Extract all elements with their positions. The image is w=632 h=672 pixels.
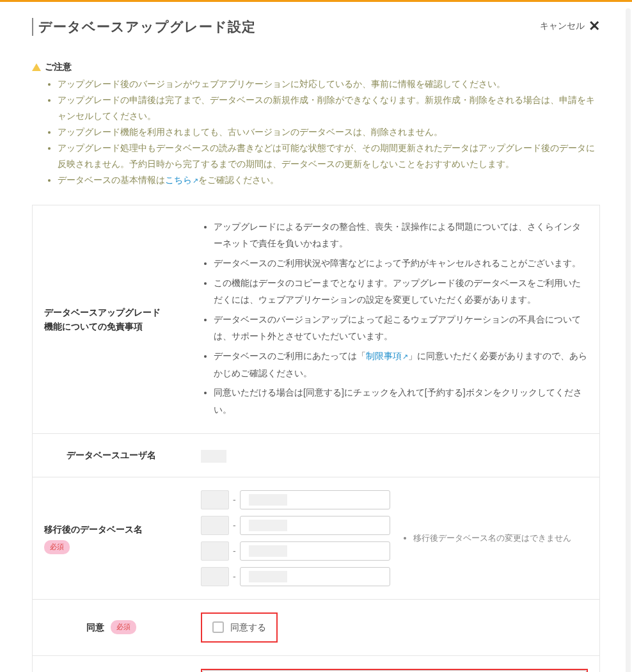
db-user-label: データベースユーザ名 [33, 434, 189, 477]
cancel-button[interactable]: キャンセル ✕ [540, 18, 600, 35]
db-prefix [201, 516, 229, 535]
disclaimer-item: 同意いただける場合は[同意する]にチェックを入れて[予約する]ボタンをクリックし… [214, 384, 588, 418]
caution-title: ご注意 [45, 61, 72, 73]
external-link-icon: ↗ [402, 350, 408, 364]
db-name-note-list: 移行後データベース名の変更はできません [403, 531, 571, 547]
restrictions-link[interactable]: 制限事項↗ [366, 351, 408, 361]
caution-list: アップグレード後のバージョンがウェブアプリケーションに対応しているか、事前に情報… [32, 77, 600, 189]
page-title: データベースアップグレード設定 [32, 18, 256, 36]
schedule-label: 予約日時の設定 必須 [33, 656, 189, 673]
db-name-input[interactable] [240, 567, 390, 586]
db-prefix [201, 490, 229, 509]
caution-item: アップグレード処理中もデータベースの読み書きなどは可能な状態ですが、その期間更新… [58, 141, 600, 173]
disclaimer-item: データベースのご利用状況や障害などによって予約がキャンセルされることがございます… [214, 255, 588, 272]
disclaimer-item: この機能はデータのコピーまでとなります。アップグレード後のデータベースをご利用い… [214, 275, 588, 308]
scrollbar[interactable] [626, 8, 631, 672]
row-db-user: データベースユーザ名 [33, 434, 599, 477]
dialog-header: データベースアップグレード設定 キャンセル ✕ [32, 18, 600, 36]
close-icon: ✕ [589, 18, 600, 35]
row-disclaimer: データベースアップグレード 機能についての免責事項 アップグレードによるデータの… [33, 205, 599, 435]
consent-text: 同意する [230, 619, 266, 636]
consent-checkbox[interactable] [212, 621, 224, 633]
caution-item: アップグレードの申請後は完了まで、データベースの新規作成・削除ができなくなります… [58, 93, 600, 125]
db-name-note: 移行後データベース名の変更はできません [413, 531, 571, 547]
db-name-input-row: - [201, 541, 390, 561]
disclaimer-item: アップグレードによるデータの整合性、喪失・誤操作による問題については、さくらイン… [214, 218, 588, 252]
disclaimer-label: データベースアップグレード 機能についての免責事項 [33, 205, 189, 434]
disclaimer-list: アップグレードによるデータの整合性、喪失・誤操作による問題については、さくらイン… [201, 218, 588, 419]
db-name-input[interactable] [240, 516, 390, 535]
required-badge: 必須 [111, 620, 136, 634]
db-name-input-row: - [201, 490, 390, 509]
required-badge: 必須 [44, 540, 70, 554]
settings-panel: データベースアップグレード 機能についての免責事項 アップグレードによるデータの… [32, 205, 600, 672]
consent-highlight: 同意する [201, 612, 278, 643]
db-name-input[interactable] [240, 490, 390, 509]
disclaimer-item: データベースのご利用にあたっては「制限事項↗」に同意いただく必要がありますので、… [214, 348, 588, 381]
db-prefix [201, 567, 229, 586]
disclaimer-item: データベースのバージョンアップによって起こるウェブアプリケーションの不具合につい… [214, 311, 588, 345]
basic-info-link[interactable]: こちら↗ [165, 175, 198, 185]
consent-label: 同意 必須 [33, 600, 189, 655]
db-prefix [201, 541, 229, 561]
schedule-highlight: 選択してください ▲▼ [201, 669, 588, 673]
external-link-icon: ↗ [193, 174, 198, 187]
db-name-input-row: - [201, 567, 390, 586]
row-db-name: 移行後のデータベース名 必須 - - [33, 477, 599, 600]
caution-item: データベースの基本情報はこちら↗をご確認ください。 [58, 173, 600, 189]
db-name-label: 移行後のデータベース名 必須 [33, 477, 189, 599]
caution-item: アップグレード後のバージョンがウェブアプリケーションに対応しているか、事前に情報… [58, 77, 600, 93]
cancel-label: キャンセル [540, 20, 585, 32]
warning-icon [32, 63, 41, 71]
caution-item: アップグレード機能を利用されましても、古いバージョンのデータベースは、削除されま… [58, 125, 600, 141]
db-name-input[interactable] [240, 541, 390, 561]
row-schedule: 予約日時の設定 必須 選択してください ▲▼ [33, 656, 599, 673]
schedule-select[interactable]: 選択してください ▲▼ [202, 670, 587, 673]
row-consent: 同意 必須 同意する [33, 600, 599, 656]
db-user-value [201, 450, 226, 463]
db-name-input-row: - [201, 516, 390, 535]
